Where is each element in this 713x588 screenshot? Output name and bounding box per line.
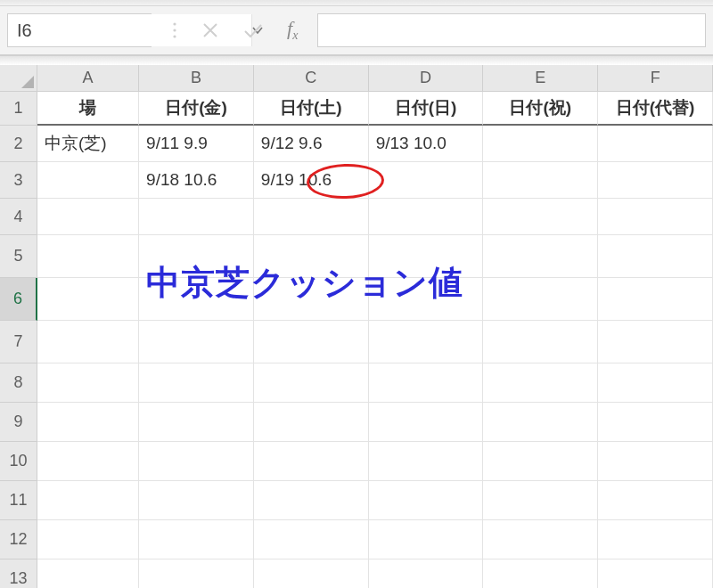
cell-C7[interactable] <box>254 321 369 363</box>
column-header-E[interactable]: E <box>483 65 598 92</box>
cell-A3[interactable] <box>37 162 139 199</box>
select-all-corner[interactable] <box>0 65 37 92</box>
name-box-wrap[interactable] <box>7 13 152 47</box>
cell-D2[interactable]: 9/13 10.0 <box>369 126 484 162</box>
cell-F13[interactable] <box>598 559 713 588</box>
cell-A4[interactable] <box>37 199 139 235</box>
cell-F9[interactable] <box>598 403 713 442</box>
cell-B8[interactable] <box>139 363 254 403</box>
cell-F4[interactable] <box>598 199 713 235</box>
cell-D10[interactable] <box>369 442 484 481</box>
cell-B3[interactable]: 9/18 10.6 <box>139 162 254 199</box>
cell-E1[interactable]: 日付(祝) <box>483 92 598 126</box>
cell-F5[interactable] <box>598 235 713 278</box>
cell-C1[interactable]: 日付(土) <box>254 92 369 126</box>
cell-B6[interactable] <box>139 278 254 321</box>
cell-B5[interactable] <box>139 235 254 278</box>
cell-F11[interactable] <box>598 481 713 520</box>
cell-F12[interactable] <box>598 520 713 559</box>
cell-D1[interactable]: 日付(日) <box>369 92 484 126</box>
cell-E6[interactable] <box>483 278 598 321</box>
cell-E11[interactable] <box>483 481 598 520</box>
cell-D5[interactable] <box>369 235 484 278</box>
cell-B1[interactable]: 日付(金) <box>139 92 254 126</box>
fx-icon[interactable]: fx <box>287 17 298 43</box>
cell-B10[interactable] <box>139 442 254 481</box>
cell-D12[interactable] <box>369 520 484 559</box>
column-header-A[interactable]: A <box>37 65 139 92</box>
cell-C11[interactable] <box>254 481 369 520</box>
cell-B13[interactable] <box>139 559 254 588</box>
cell-D7[interactable] <box>369 321 484 363</box>
cell-C5[interactable] <box>254 235 369 278</box>
row-header-3[interactable]: 3 <box>0 162 37 199</box>
cell-D8[interactable] <box>369 363 484 403</box>
cell-A13[interactable] <box>37 559 139 588</box>
row-header-11[interactable]: 11 <box>0 481 37 520</box>
row-header-7[interactable]: 7 <box>0 321 37 363</box>
cell-D11[interactable] <box>369 481 484 520</box>
cell-B12[interactable] <box>139 520 254 559</box>
cell-E7[interactable] <box>483 321 598 363</box>
cell-F3[interactable] <box>598 162 713 199</box>
cell-F7[interactable] <box>598 321 713 363</box>
cell-E2[interactable] <box>483 126 598 162</box>
cell-C2[interactable]: 9/12 9.6 <box>254 126 369 162</box>
cell-A8[interactable] <box>37 363 139 403</box>
row-header-2[interactable]: 2 <box>0 126 37 162</box>
cell-E3[interactable] <box>483 162 598 199</box>
cell-A12[interactable] <box>37 520 139 559</box>
cell-C9[interactable] <box>254 403 369 442</box>
cell-D13[interactable] <box>369 559 484 588</box>
cell-C10[interactable] <box>254 442 369 481</box>
cell-F2[interactable] <box>598 126 713 162</box>
row-header-8[interactable]: 8 <box>0 363 37 403</box>
column-header-B[interactable]: B <box>139 65 254 92</box>
cell-D3[interactable] <box>369 162 484 199</box>
cell-C13[interactable] <box>254 559 369 588</box>
column-header-D[interactable]: D <box>369 65 484 92</box>
cell-D6[interactable] <box>369 278 484 321</box>
cell-E9[interactable] <box>483 403 598 442</box>
cell-B2[interactable]: 9/11 9.9 <box>139 126 254 162</box>
cell-C12[interactable] <box>254 520 369 559</box>
cell-E4[interactable] <box>483 199 598 235</box>
row-header-10[interactable]: 10 <box>0 442 37 481</box>
cell-D4[interactable] <box>369 199 484 235</box>
cell-B7[interactable] <box>139 321 254 363</box>
column-header-F[interactable]: F <box>598 65 713 92</box>
formula-input[interactable] <box>317 13 706 47</box>
cell-B9[interactable] <box>139 403 254 442</box>
row-header-13[interactable]: 13 <box>0 559 37 588</box>
cell-C3[interactable]: 9/19 10.6 <box>254 162 369 199</box>
cell-A5[interactable] <box>37 235 139 278</box>
cell-E13[interactable] <box>483 559 598 588</box>
cell-E8[interactable] <box>483 363 598 403</box>
cell-A2[interactable]: 中京(芝) <box>37 126 139 162</box>
cell-A9[interactable] <box>37 403 139 442</box>
cell-C6[interactable] <box>254 278 369 321</box>
row-header-5[interactable]: 5 <box>0 235 37 278</box>
row-header-4[interactable]: 4 <box>0 199 37 235</box>
cell-E5[interactable] <box>483 235 598 278</box>
row-header-6[interactable]: 6 <box>0 278 37 321</box>
cell-F10[interactable] <box>598 442 713 481</box>
cell-A6[interactable] <box>37 278 139 321</box>
cell-C4[interactable] <box>254 199 369 235</box>
cell-C8[interactable] <box>254 363 369 403</box>
row-header-9[interactable]: 9 <box>0 403 37 442</box>
cell-F6[interactable] <box>598 278 713 321</box>
row-header-1[interactable]: 1 <box>0 92 37 126</box>
cell-A11[interactable] <box>37 481 139 520</box>
cell-B4[interactable] <box>139 199 254 235</box>
column-header-C[interactable]: C <box>254 65 369 92</box>
cell-E10[interactable] <box>483 442 598 481</box>
cell-F8[interactable] <box>598 363 713 403</box>
cell-D9[interactable] <box>369 403 484 442</box>
cell-A10[interactable] <box>37 442 139 481</box>
cell-A7[interactable] <box>37 321 139 363</box>
cell-E12[interactable] <box>483 520 598 559</box>
row-header-12[interactable]: 12 <box>0 520 37 559</box>
cell-B11[interactable] <box>139 481 254 520</box>
cell-F1[interactable]: 日付(代替) <box>598 92 713 126</box>
